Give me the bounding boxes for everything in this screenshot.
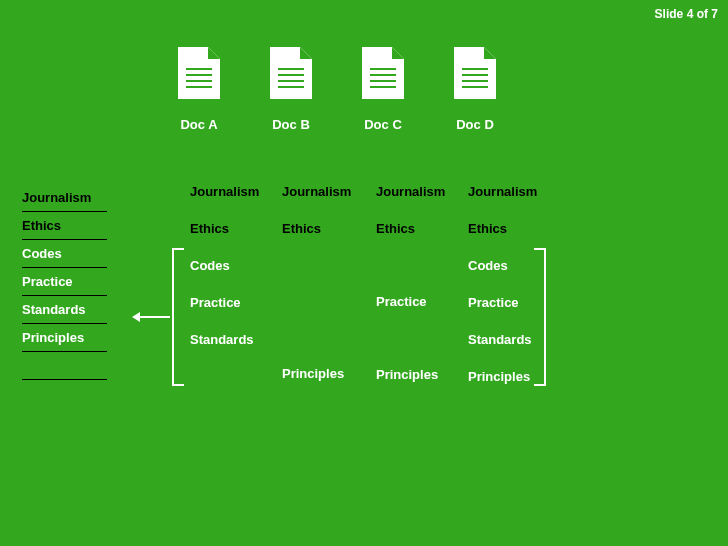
term-cell: Practice xyxy=(376,294,445,309)
slide-counter: Slide 4 of 7 xyxy=(655,7,718,21)
term-cell: Ethics xyxy=(468,221,537,236)
master-term-5: Principles xyxy=(22,324,107,352)
term-cell: Practice xyxy=(190,295,259,310)
doc-label: Doc C xyxy=(364,117,402,132)
term-cell: Ethics xyxy=(282,221,351,236)
bracket-right xyxy=(534,248,546,386)
document-icon xyxy=(362,47,404,103)
master-term-0: Journalism xyxy=(22,184,107,212)
term-cell: Codes xyxy=(190,258,259,273)
column-D: JournalismEthicsCodesPracticeStandardsPr… xyxy=(468,184,537,384)
blank-cell xyxy=(282,294,351,308)
master-term-3: Practice xyxy=(22,268,107,296)
term-cell: Principles xyxy=(376,367,445,382)
slide-counter-total: 7 xyxy=(711,7,718,21)
doc-3: Doc D xyxy=(454,47,496,132)
master-term-4: Standards xyxy=(22,296,107,324)
column-C: JournalismEthicsPracticePrinciples xyxy=(376,184,445,382)
term-cell: Standards xyxy=(190,332,259,347)
doc-label: Doc D xyxy=(456,117,494,132)
blank-cell xyxy=(282,330,351,344)
master-spacer xyxy=(22,352,107,380)
term-cell: Practice xyxy=(468,295,537,310)
column-B: JournalismEthicsPrinciples xyxy=(282,184,351,381)
term-cell: Ethics xyxy=(190,221,259,236)
term-cell: Journalism xyxy=(376,184,445,199)
blank-cell xyxy=(190,369,259,383)
blank-cell xyxy=(282,258,351,272)
document-icon xyxy=(178,47,220,103)
doc-1: Doc B xyxy=(270,47,312,132)
term-cell: Codes xyxy=(468,258,537,273)
slide-counter-of: of xyxy=(693,7,711,21)
term-cell: Principles xyxy=(282,366,351,381)
blank-cell xyxy=(376,258,445,272)
slide-counter-prefix: Slide xyxy=(655,7,687,21)
master-term-1: Ethics xyxy=(22,212,107,240)
blank-cell xyxy=(376,331,445,345)
term-cell: Journalism xyxy=(282,184,351,199)
doc-row: Doc ADoc BDoc CDoc D xyxy=(178,47,496,132)
document-icon xyxy=(454,47,496,103)
master-term-2: Codes xyxy=(22,240,107,268)
term-cell: Journalism xyxy=(190,184,259,199)
doc-2: Doc C xyxy=(362,47,404,132)
term-cell: Standards xyxy=(468,332,537,347)
doc-0: Doc A xyxy=(178,47,220,132)
column-A: JournalismEthicsCodesPracticeStandards xyxy=(190,184,259,383)
bracket-left xyxy=(172,248,184,386)
doc-label: Doc A xyxy=(180,117,217,132)
term-cell: Ethics xyxy=(376,221,445,236)
doc-label: Doc B xyxy=(272,117,310,132)
term-cell: Journalism xyxy=(468,184,537,199)
document-icon xyxy=(270,47,312,103)
master-column: JournalismEthicsCodesPracticeStandardsPr… xyxy=(22,184,107,380)
term-cell: Principles xyxy=(468,369,537,384)
